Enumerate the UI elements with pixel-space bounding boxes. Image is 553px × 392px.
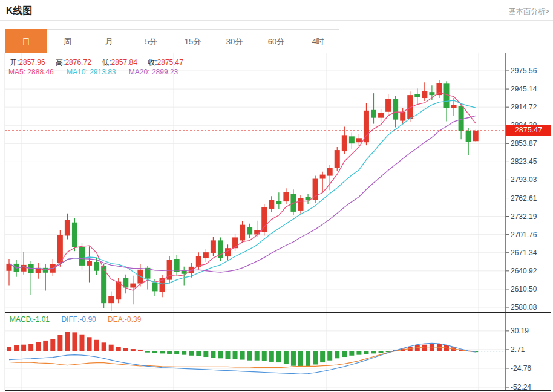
price-axis-label: 2914.72 [511, 103, 537, 111]
dea-label: DEA: [108, 315, 125, 324]
price-axis-label: 2732.19 [511, 212, 537, 221]
tab-15分[interactable]: 15分 [172, 29, 214, 53]
price-axis-label: 2640.92 [511, 267, 537, 275]
tab-日[interactable]: 日 [5, 29, 47, 53]
chart-area: 开:2857.96 高:2876.72 低:2857.84 收:2875.47 … [0, 53, 553, 392]
axes [5, 53, 551, 390]
high-value: 2876.72 [65, 58, 91, 67]
macd-axis-label: -52.24 [511, 383, 531, 391]
page-header: K线图 基本面分析> [0, 0, 553, 21]
diff-value: -0.90 [79, 315, 96, 324]
page-title: K线图 [6, 5, 33, 18]
dea-value: -0.39 [125, 315, 141, 324]
price-axis-label: 2793.03 [511, 175, 537, 184]
diff-label: DIFF: [61, 315, 79, 324]
macd [7, 332, 506, 374]
ma20-value: 2899.23 [152, 68, 178, 76]
macd-axis-label: 2.71 [511, 345, 525, 354]
fundamental-analysis-link[interactable]: 基本面分析> [509, 7, 549, 17]
ma10-value: 2913.83 [90, 68, 116, 76]
low-label: 低: [102, 58, 111, 67]
open-label: 开: [10, 58, 19, 67]
candles [7, 80, 479, 311]
tab-5分[interactable]: 5分 [130, 29, 172, 53]
price-axis-label: 2823.45 [511, 157, 537, 166]
price-axis-label: 2610.50 [511, 285, 537, 293]
ma20-label: MA20: [129, 68, 150, 76]
ma10-label: MA10: [67, 68, 88, 76]
tab-周[interactable]: 周 [47, 29, 89, 53]
price-axis-label: 2945.14 [511, 85, 537, 93]
kline-macd-chart[interactable] [0, 53, 553, 392]
price-axis-label: 2975.56 [511, 67, 537, 75]
macd-readout: MACD:-1.01 DIFF:-0.90 DEA:-0.39 [10, 315, 151, 324]
ma5-value: 2888.46 [27, 68, 53, 76]
macd-axis-label: 30.19 [511, 327, 529, 335]
tab-4时[interactable]: 4时 [297, 29, 339, 53]
macd-value: -1.01 [33, 315, 50, 324]
close-label: 收: [148, 58, 157, 67]
ohlc-readout: 开:2857.96 高:2876.72 低:2857.84 收:2875.47 [10, 57, 192, 68]
current-price-badge: 2875.47 [506, 125, 551, 136]
ma-readout: MA5: 2888.46 MA10: 2913.83 MA20: 2899.23 [8, 68, 189, 76]
price-axis-label: 2580.08 [511, 303, 537, 312]
high-label: 高: [56, 58, 65, 67]
period-tabs: 日周月5分15分30分60分4时 [0, 29, 553, 53]
close-value: 2875.47 [157, 58, 183, 67]
price-axis-label: 2762.61 [511, 194, 537, 203]
macd-label: MACD: [10, 315, 33, 324]
price-axis-label: 2853.87 [511, 139, 537, 148]
ma-lines [9, 92, 476, 290]
ma5-label: MA5: [8, 68, 25, 76]
tab-30分[interactable]: 30分 [214, 29, 256, 53]
low-value: 2857.84 [111, 58, 137, 67]
price-axis-label: 2701.76 [511, 230, 537, 239]
price-axis-label: 2671.34 [511, 249, 537, 257]
open-value: 2857.96 [19, 58, 45, 67]
macd-axis-label: -24.76 [511, 364, 531, 373]
tab-月[interactable]: 月 [88, 29, 131, 53]
tab-60分[interactable]: 60分 [255, 29, 298, 53]
